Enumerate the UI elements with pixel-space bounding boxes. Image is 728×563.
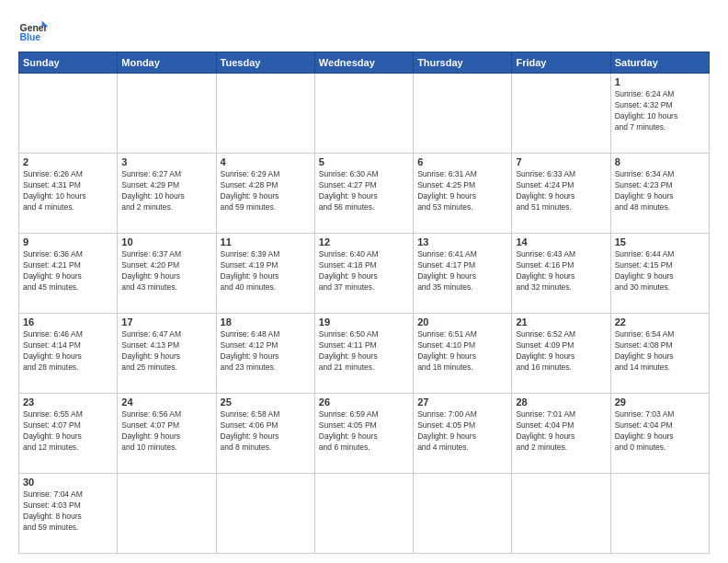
- weekday-header-tuesday: Tuesday: [216, 52, 314, 74]
- calendar-cell: 24Sunrise: 6:56 AMSunset: 4:07 PMDayligh…: [118, 394, 216, 474]
- day-number: 7: [516, 156, 606, 167]
- calendar-cell: 4Sunrise: 6:29 AMSunset: 4:28 PMDaylight…: [216, 154, 314, 234]
- day-number: 10: [121, 236, 211, 247]
- logo: General Blue: [18, 15, 48, 44]
- page: General Blue SundayMondayTuesdayWednesda…: [0, 0, 728, 563]
- calendar-cell: 5Sunrise: 6:30 AMSunset: 4:27 PMDaylight…: [314, 154, 413, 234]
- day-number: 27: [417, 396, 507, 408]
- day-info: Sunrise: 6:55 AMSunset: 4:07 PMDaylight:…: [23, 409, 113, 454]
- day-number: 13: [417, 236, 507, 247]
- day-info: Sunrise: 6:46 AMSunset: 4:14 PMDaylight:…: [23, 329, 113, 373]
- day-info: Sunrise: 6:51 AMSunset: 4:10 PMDaylight:…: [417, 329, 507, 373]
- weekday-header-monday: Monday: [118, 52, 216, 74]
- calendar-cell: [19, 74, 118, 154]
- calendar-cell: [512, 74, 610, 154]
- day-info: Sunrise: 7:01 AMSunset: 4:04 PMDaylight:…: [516, 409, 606, 454]
- calendar-week-5: 23Sunrise: 6:55 AMSunset: 4:07 PMDayligh…: [19, 394, 710, 474]
- day-number: 26: [319, 396, 409, 408]
- calendar-cell: 12Sunrise: 6:40 AMSunset: 4:18 PMDayligh…: [314, 234, 413, 314]
- day-info: Sunrise: 6:40 AMSunset: 4:18 PMDaylight:…: [319, 249, 409, 293]
- weekday-header-wednesday: Wednesday: [314, 52, 413, 74]
- day-number: 23: [23, 396, 113, 408]
- day-number: 29: [615, 396, 705, 408]
- day-info: Sunrise: 6:48 AMSunset: 4:12 PMDaylight:…: [221, 329, 311, 373]
- weekday-header-thursday: Thursday: [414, 52, 512, 74]
- calendar-cell: 21Sunrise: 6:52 AMSunset: 4:09 PMDayligh…: [512, 314, 610, 394]
- calendar-cell: 13Sunrise: 6:41 AMSunset: 4:17 PMDayligh…: [414, 234, 512, 314]
- day-info: Sunrise: 6:26 AMSunset: 4:31 PMDaylight:…: [23, 169, 113, 213]
- day-info: Sunrise: 6:34 AMSunset: 4:23 PMDaylight:…: [615, 169, 705, 213]
- day-info: Sunrise: 6:43 AMSunset: 4:16 PMDaylight:…: [516, 249, 606, 293]
- calendar-cell: [118, 474, 216, 554]
- calendar-cell: 1Sunrise: 6:24 AMSunset: 4:32 PMDaylight…: [610, 74, 709, 154]
- day-number: 25: [221, 396, 311, 408]
- calendar-cell: 30Sunrise: 7:04 AMSunset: 4:03 PMDayligh…: [19, 474, 118, 554]
- calendar-cell: [314, 74, 413, 154]
- calendar-cell: [216, 474, 314, 554]
- day-number: 4: [221, 156, 311, 167]
- day-info: Sunrise: 7:00 AMSunset: 4:05 PMDaylight:…: [417, 409, 507, 454]
- day-number: 21: [516, 316, 606, 327]
- day-info: Sunrise: 6:36 AMSunset: 4:21 PMDaylight:…: [23, 249, 113, 293]
- day-number: 24: [121, 396, 211, 408]
- day-number: 2: [23, 156, 113, 167]
- header: General Blue: [18, 15, 710, 44]
- weekday-header-saturday: Saturday: [610, 52, 709, 74]
- day-info: Sunrise: 6:39 AMSunset: 4:19 PMDaylight:…: [221, 249, 311, 293]
- day-info: Sunrise: 6:59 AMSunset: 4:05 PMDaylight:…: [319, 409, 409, 454]
- calendar-cell: 14Sunrise: 6:43 AMSunset: 4:16 PMDayligh…: [512, 234, 610, 314]
- calendar-cell: 3Sunrise: 6:27 AMSunset: 4:29 PMDaylight…: [118, 154, 216, 234]
- calendar-cell: 18Sunrise: 6:48 AMSunset: 4:12 PMDayligh…: [216, 314, 314, 394]
- day-number: 16: [23, 316, 113, 327]
- day-info: Sunrise: 6:31 AMSunset: 4:25 PMDaylight:…: [417, 169, 507, 213]
- calendar-week-2: 2Sunrise: 6:26 AMSunset: 4:31 PMDaylight…: [19, 154, 710, 234]
- calendar-cell: 23Sunrise: 6:55 AMSunset: 4:07 PMDayligh…: [19, 394, 118, 474]
- calendar-cell: 11Sunrise: 6:39 AMSunset: 4:19 PMDayligh…: [216, 234, 314, 314]
- calendar-cell: 22Sunrise: 6:54 AMSunset: 4:08 PMDayligh…: [610, 314, 709, 394]
- calendar-cell: [414, 74, 512, 154]
- weekday-header-sunday: Sunday: [19, 52, 118, 74]
- day-number: 20: [417, 316, 507, 327]
- day-info: Sunrise: 7:04 AMSunset: 4:03 PMDaylight:…: [23, 489, 113, 534]
- calendar-cell: [216, 74, 314, 154]
- calendar-cell: 25Sunrise: 6:58 AMSunset: 4:06 PMDayligh…: [216, 394, 314, 474]
- day-info: Sunrise: 6:50 AMSunset: 4:11 PMDaylight:…: [319, 329, 409, 373]
- calendar-week-4: 16Sunrise: 6:46 AMSunset: 4:14 PMDayligh…: [19, 314, 710, 394]
- calendar-cell: 15Sunrise: 6:44 AMSunset: 4:15 PMDayligh…: [610, 234, 709, 314]
- day-number: 8: [615, 156, 705, 167]
- calendar-cell: 9Sunrise: 6:36 AMSunset: 4:21 PMDaylight…: [19, 234, 118, 314]
- calendar-cell: 7Sunrise: 6:33 AMSunset: 4:24 PMDaylight…: [512, 154, 610, 234]
- calendar-cell: 17Sunrise: 6:47 AMSunset: 4:13 PMDayligh…: [118, 314, 216, 394]
- day-info: Sunrise: 6:58 AMSunset: 4:06 PMDaylight:…: [221, 409, 311, 454]
- day-number: 6: [417, 156, 507, 167]
- calendar-cell: [314, 474, 413, 554]
- day-number: 22: [615, 316, 705, 327]
- day-number: 11: [221, 236, 311, 247]
- calendar-cell: 26Sunrise: 6:59 AMSunset: 4:05 PMDayligh…: [314, 394, 413, 474]
- day-number: 30: [23, 477, 113, 488]
- day-number: 28: [516, 396, 606, 408]
- day-info: Sunrise: 6:27 AMSunset: 4:29 PMDaylight:…: [121, 169, 211, 213]
- day-number: 19: [319, 316, 409, 327]
- day-info: Sunrise: 6:30 AMSunset: 4:27 PMDaylight:…: [319, 169, 409, 213]
- calendar-cell: 28Sunrise: 7:01 AMSunset: 4:04 PMDayligh…: [512, 394, 610, 474]
- calendar-cell: 2Sunrise: 6:26 AMSunset: 4:31 PMDaylight…: [19, 154, 118, 234]
- calendar-cell: [610, 474, 709, 554]
- weekday-header-row: SundayMondayTuesdayWednesdayThursdayFrid…: [19, 52, 710, 74]
- calendar-cell: 27Sunrise: 7:00 AMSunset: 4:05 PMDayligh…: [414, 394, 512, 474]
- day-number: 18: [221, 316, 311, 327]
- calendar-week-3: 9Sunrise: 6:36 AMSunset: 4:21 PMDaylight…: [19, 234, 710, 314]
- weekday-header-friday: Friday: [512, 52, 610, 74]
- calendar-week-6: 30Sunrise: 7:04 AMSunset: 4:03 PMDayligh…: [19, 474, 710, 554]
- day-info: Sunrise: 6:52 AMSunset: 4:09 PMDaylight:…: [516, 329, 606, 373]
- calendar-week-1: 1Sunrise: 6:24 AMSunset: 4:32 PMDaylight…: [19, 74, 710, 154]
- calendar-cell: 10Sunrise: 6:37 AMSunset: 4:20 PMDayligh…: [118, 234, 216, 314]
- day-number: 17: [121, 316, 211, 327]
- day-number: 12: [319, 236, 409, 247]
- day-number: 9: [23, 236, 113, 247]
- calendar-cell: [512, 474, 610, 554]
- day-info: Sunrise: 6:47 AMSunset: 4:13 PMDaylight:…: [121, 329, 211, 373]
- day-number: 5: [319, 156, 409, 167]
- svg-text:Blue: Blue: [20, 32, 41, 42]
- calendar-cell: 6Sunrise: 6:31 AMSunset: 4:25 PMDaylight…: [414, 154, 512, 234]
